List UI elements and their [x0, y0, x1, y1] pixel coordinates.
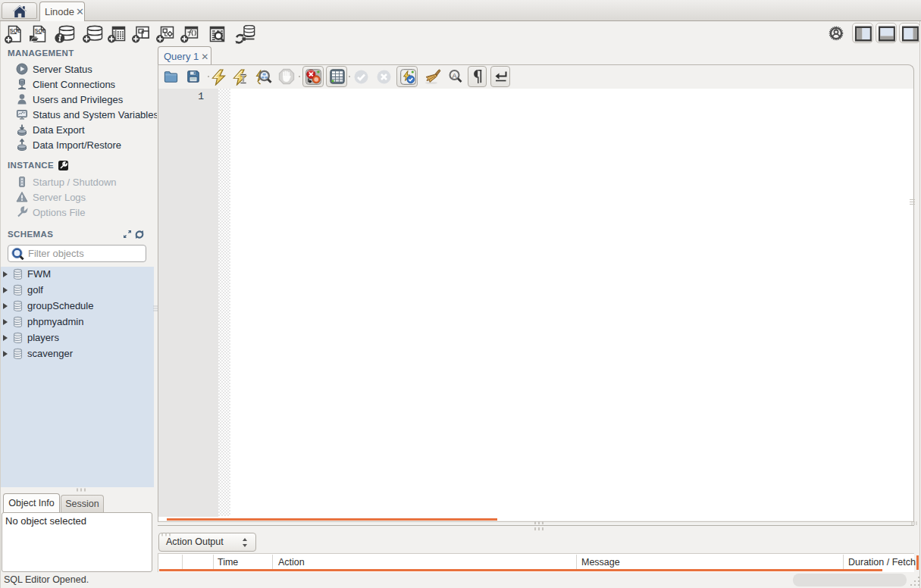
svg-text:SQL: SQL: [10, 28, 21, 34]
svg-text:SQL: SQL: [35, 28, 46, 34]
